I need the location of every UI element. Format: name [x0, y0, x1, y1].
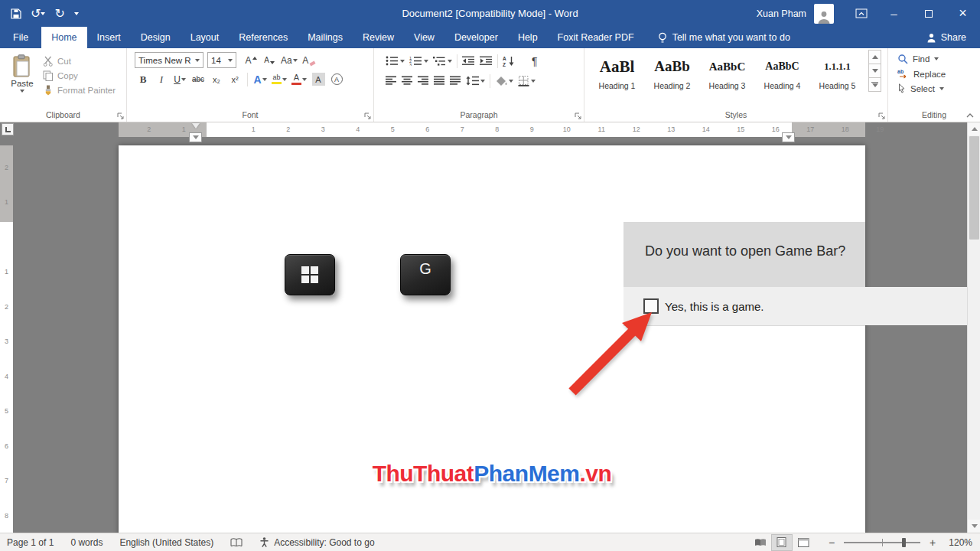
style-heading-3[interactable]: AaBbCHeading 3 — [701, 51, 754, 95]
zoom-level[interactable]: 120% — [945, 537, 972, 548]
zoom-slider[interactable] — [844, 535, 920, 550]
share-button[interactable]: Share — [926, 27, 966, 48]
tab-foxit-reader-pdf[interactable]: Foxit Reader PDF — [548, 27, 644, 48]
shrink-font-button[interactable]: A — [261, 52, 278, 68]
print-layout-button[interactable] — [772, 535, 792, 550]
font-color-button[interactable]: A — [290, 71, 308, 87]
text-effects-button[interactable]: A — [252, 71, 269, 87]
paragraph-dialog-launcher[interactable] — [575, 112, 581, 119]
grow-font-button[interactable]: A — [243, 52, 259, 68]
ribbon-display-options-button[interactable] — [846, 0, 877, 27]
bold-button[interactable]: B — [135, 71, 151, 87]
zoom-in-button[interactable]: + — [927, 536, 938, 549]
save-button[interactable] — [11, 8, 21, 19]
styles-dialog-launcher[interactable] — [878, 112, 885, 119]
redo-button[interactable]: ↻ — [54, 8, 64, 20]
scroll-down-button[interactable] — [968, 520, 980, 533]
tab-references[interactable]: References — [229, 27, 298, 48]
style-heading-2[interactable]: AaBbHeading 2 — [646, 51, 698, 95]
customize-qat-button[interactable] — [74, 12, 79, 15]
show-paragraph-marks-button[interactable]: ¶ — [529, 53, 540, 69]
styles-scroll-down-button[interactable] — [868, 64, 881, 78]
underline-button[interactable]: U — [171, 71, 188, 87]
web-layout-button[interactable] — [793, 535, 813, 550]
vertical-ruler[interactable]: 2112345678910 — [0, 137, 13, 533]
highlight-button[interactable]: ab — [270, 71, 288, 87]
read-mode-button[interactable] — [750, 535, 770, 550]
document-page[interactable]: G Do you want to open Game Bar? ThuThuat… — [119, 145, 865, 533]
copy-button[interactable]: Copy — [43, 70, 116, 81]
undo-button[interactable]: ↺ — [31, 8, 45, 20]
enclose-characters-button[interactable]: A — [328, 71, 345, 87]
proofing-status-button[interactable] — [230, 538, 243, 547]
tab-layout[interactable]: Layout — [181, 27, 230, 48]
replace-button[interactable]: ab Replace — [897, 69, 980, 79]
strikethrough-button[interactable]: abc — [190, 71, 207, 87]
select-button[interactable]: Select — [897, 83, 980, 93]
find-button[interactable]: Find — [897, 54, 980, 64]
subscript-button[interactable]: x₂ — [208, 71, 225, 87]
clipboard-dialog-launcher[interactable] — [117, 112, 124, 119]
tab-insert[interactable]: Insert — [87, 27, 131, 48]
word-count[interactable]: 0 words — [70, 537, 103, 548]
cut-button[interactable]: Cut — [43, 56, 116, 67]
clear-formatting-button[interactable]: A — [301, 52, 317, 68]
styles-scroll-up-button[interactable] — [868, 50, 881, 64]
accessibility-status-button[interactable]: Accessibility: Good to go — [259, 537, 374, 548]
scrollb-thumb[interactable] — [969, 136, 979, 240]
paste-button[interactable]: Paste — [3, 51, 41, 108]
vertical-scrollbar[interactable] — [967, 122, 980, 533]
change-case-button[interactable]: Aa — [279, 52, 299, 68]
line-spacing-button[interactable] — [464, 73, 487, 89]
tab-stop-selector[interactable] — [2, 123, 14, 135]
style-heading-4[interactable]: AaBbCHeading 4 — [756, 51, 809, 95]
character-shading-button[interactable]: A — [310, 71, 327, 87]
bullets-button[interactable] — [383, 53, 407, 69]
zoom-thumb[interactable] — [902, 538, 906, 547]
scroll-up-button[interactable] — [968, 122, 980, 135]
language-indicator[interactable]: English (United States) — [119, 537, 213, 548]
font-name-select[interactable]: Times New R — [135, 52, 203, 68]
horizontal-ruler[interactable]: 2112345678910111213141516171819 — [0, 122, 967, 137]
format-painter-button[interactable]: Format Painter — [43, 85, 116, 96]
user-name[interactable]: Xuan Pham — [757, 8, 806, 19]
numbering-button[interactable]: 123 — [407, 53, 431, 69]
close-button[interactable]: × — [946, 0, 980, 27]
tab-review[interactable]: Review — [353, 27, 404, 48]
shading-button[interactable] — [493, 73, 516, 89]
borders-button[interactable] — [516, 73, 538, 89]
justify-button[interactable] — [431, 73, 448, 89]
font-dialog-launcher[interactable] — [364, 112, 371, 119]
tab-developer[interactable]: Developer — [444, 27, 508, 48]
style-heading-5[interactable]: 1.1.1.1Heading 5 — [811, 51, 864, 95]
minimize-button[interactable]: – — [877, 0, 911, 27]
sort-button[interactable]: AZ — [500, 53, 517, 69]
page-indicator[interactable]: Page 1 of 1 — [7, 537, 54, 548]
maximize-button[interactable] — [911, 0, 946, 27]
align-right-button[interactable] — [415, 73, 431, 89]
tell-me-box[interactable]: Tell me what you want to do — [658, 27, 790, 48]
styles-gallery-more-button[interactable] — [868, 77, 881, 92]
tab-design[interactable]: Design — [131, 27, 181, 48]
tab-help[interactable]: Help — [508, 27, 548, 48]
style-heading-1[interactable]: AaBlHeading 1 — [591, 51, 643, 95]
font-size-select[interactable]: 14 — [207, 52, 236, 68]
yes-this-is-a-game-checkbox[interactable] — [643, 298, 659, 314]
superscript-button[interactable]: x² — [226, 71, 243, 87]
right-indent-marker[interactable] — [782, 132, 795, 142]
increase-indent-button[interactable] — [477, 53, 495, 69]
zoom-out-button[interactable]: − — [826, 536, 837, 549]
tab-home[interactable]: Home — [41, 27, 86, 48]
decrease-indent-button[interactable] — [460, 53, 477, 69]
italic-button[interactable]: I — [153, 71, 170, 87]
collapse-ribbon-button[interactable] — [965, 112, 975, 119]
tab-view[interactable]: View — [404, 27, 444, 48]
avatar[interactable] — [814, 4, 834, 24]
multilevel-list-button[interactable] — [431, 53, 454, 69]
ruler-strip[interactable]: 2112345678910111213141516171819 — [119, 122, 865, 137]
tab-mailings[interactable]: Mailings — [298, 27, 353, 48]
first-line-indent-marker[interactable] — [192, 123, 200, 129]
align-center-button[interactable] — [399, 73, 415, 89]
left-indent-marker[interactable] — [189, 132, 202, 142]
tab-file[interactable]: File — [0, 27, 41, 48]
